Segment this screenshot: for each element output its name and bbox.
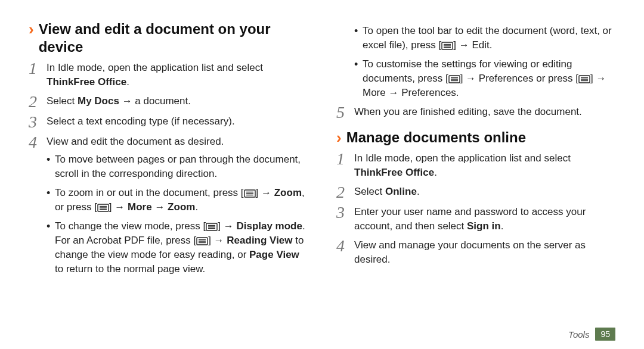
step-body: Select Online. — [354, 185, 615, 199]
menu-icon — [441, 39, 453, 51]
bold-text: Edit — [472, 39, 489, 51]
text: . — [417, 186, 420, 197]
step-body: In Idle mode, open the application list … — [47, 61, 308, 89]
manual-page: › View and edit a document on your devic… — [0, 0, 644, 349]
steps-list-1-cont: 5 When you are finished editing, save th… — [336, 105, 615, 120]
step-4: 4 View and edit the document as desired.… — [29, 135, 308, 281]
chevron-right-icon: › — [336, 129, 342, 147]
bold-text: Preferences — [479, 73, 534, 84]
text: . — [456, 87, 459, 98]
menu-icon — [206, 220, 218, 232]
step-body: When you are finished editing, save the … — [354, 105, 615, 119]
step-number: 1 — [336, 151, 354, 167]
step-body: View and edit the document as desired. •… — [47, 135, 308, 281]
sub-body: To move between pages or pan through the… — [55, 152, 308, 181]
text: ] → — [590, 73, 606, 84]
text: . — [490, 39, 493, 51]
chevron-right-icon: › — [29, 20, 34, 38]
text: . — [434, 167, 437, 178]
sub-body: To zoom in or out in the document, press… — [55, 186, 308, 214]
bullet-icon: • — [354, 24, 363, 38]
bold-text: Reading View — [227, 235, 292, 246]
text: ] → — [453, 39, 472, 51]
text: or press [ — [533, 73, 578, 84]
two-column-layout: › View and edit a document on your devic… — [29, 20, 615, 286]
substep: • To change the view mode, press [] → Di… — [47, 219, 308, 276]
menu-icon — [97, 201, 109, 213]
step-body: View and manage your documents on the se… — [354, 238, 615, 267]
text: In Idle mode, open the application list … — [47, 62, 263, 73]
step-number: 3 — [29, 114, 47, 130]
substep: • To customise the settings for viewing … — [354, 57, 615, 100]
text: To zoom in or out in the document, press… — [55, 187, 244, 198]
heading-manage-online: Manage documents online — [346, 129, 526, 147]
step-body: Enter your user name and password to acc… — [354, 205, 615, 233]
text: ] → — [208, 235, 227, 246]
bullet-icon: • — [354, 57, 363, 71]
steps-list-2: 1 In Idle mode, open the application lis… — [336, 151, 615, 267]
bold-text: My Docs — [78, 95, 119, 107]
menu-icon — [578, 73, 590, 84]
bold-text: Sign in — [467, 220, 501, 232]
steps-list-1: 1 In Idle mode, open the application lis… — [29, 61, 308, 281]
bold-text: Preferences — [401, 87, 456, 98]
text: ] → — [218, 220, 236, 232]
text: to return to the normal page view. — [55, 263, 205, 275]
bold-text: ThinkFree Office — [47, 76, 126, 88]
menu-icon — [448, 73, 460, 84]
bold-text: Display mode — [236, 220, 302, 232]
sub-body: To change the view mode, press [] → Disp… — [55, 219, 308, 276]
step-1: 1 In Idle mode, open the application lis… — [29, 61, 308, 89]
text: Select — [47, 95, 78, 107]
bold-text: Online — [385, 186, 417, 197]
step-number: 5 — [336, 105, 354, 120]
step-number: 2 — [336, 185, 354, 200]
step-body: Select a text encoding type (if necessar… — [47, 114, 308, 129]
step-number: 4 — [29, 135, 47, 150]
text: ] → — [256, 187, 274, 198]
bold-text: More — [363, 87, 386, 98]
step-5: 5 When you are finished editing, save th… — [336, 105, 615, 120]
page-number: 95 — [595, 328, 615, 341]
text: To change the view mode, press [ — [55, 220, 206, 232]
page-footer: Tools 95 — [568, 328, 615, 341]
step-number: 4 — [336, 238, 354, 254]
substep: • To open the tool bar to edit the docum… — [354, 24, 615, 52]
text: → a document. — [119, 95, 191, 107]
step-2b: 2 Select Online. — [336, 185, 615, 200]
menu-icon — [196, 235, 208, 246]
bold-text: ThinkFree Office — [354, 167, 434, 178]
step-3b: 3 Enter your user name and password to a… — [336, 205, 615, 233]
substeps-list-cont: • To open the tool bar to edit the docum… — [354, 24, 615, 100]
text: ] → — [460, 73, 479, 84]
menu-icon — [244, 187, 256, 198]
step-body: Select My Docs → a document. — [47, 94, 308, 108]
bold-text: Zoom — [168, 201, 195, 213]
step-1b: 1 In Idle mode, open the application lis… — [336, 151, 615, 180]
sub-body: To customise the settings for viewing or… — [363, 57, 615, 100]
footer-section-label: Tools — [568, 329, 589, 339]
text: . — [126, 76, 129, 88]
text: → — [386, 87, 401, 98]
section-title-2: › Manage documents online — [336, 129, 615, 147]
step-number: 3 — [336, 205, 354, 220]
text: → — [152, 201, 168, 213]
right-column: • To open the tool bar to edit the docum… — [336, 20, 615, 286]
step-number: 2 — [29, 94, 47, 110]
bold-text: Zoom — [274, 187, 302, 198]
bullet-icon: • — [47, 186, 55, 200]
bullet-icon: • — [47, 152, 55, 167]
text: ] → — [109, 201, 128, 213]
heading-view-edit: View and edit a document on your device — [39, 20, 308, 56]
text: Select — [354, 186, 385, 197]
left-column: › View and edit a document on your devic… — [29, 20, 308, 286]
step-number: 1 — [29, 61, 47, 76]
section-title-1: › View and edit a document on your devic… — [29, 20, 308, 56]
bold-text: Page View — [249, 249, 299, 260]
bold-text: More — [128, 201, 152, 213]
step-2: 2 Select My Docs → a document. — [29, 94, 308, 110]
substep: • To zoom in or out in the document, pre… — [47, 186, 308, 214]
text: View and edit the document as desired. — [47, 136, 224, 147]
text: . — [195, 201, 198, 213]
text: In Idle mode, open the application list … — [354, 152, 571, 164]
